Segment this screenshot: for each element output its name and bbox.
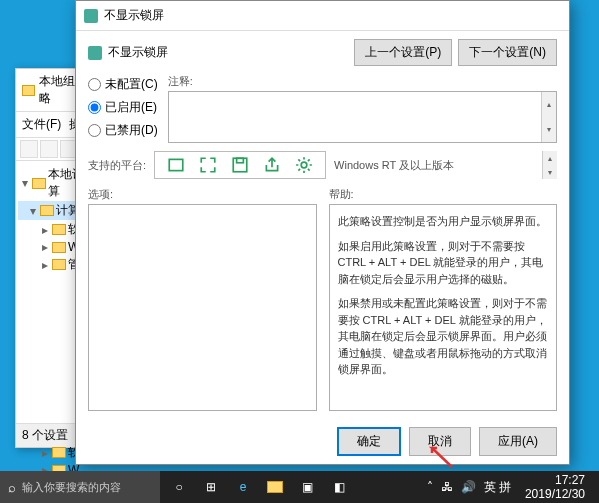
prev-setting-button[interactable]: 上一个设置(P) [354,39,452,66]
save-icon[interactable] [231,156,249,174]
platform-spin[interactable]: ▴▾ [542,151,557,179]
svg-rect-1 [233,158,247,172]
app-icon[interactable]: ◧ [330,478,348,496]
tray-network-icon[interactable]: 🖧 [441,480,453,494]
taskbar-clock[interactable]: 17:27 2019/12/30 [519,473,591,502]
svg-rect-2 [237,158,244,163]
radio-enabled[interactable]: 已启用(E) [88,99,158,116]
radio-not-configured[interactable]: 未配置(C) [88,76,158,93]
tb-fwd[interactable] [40,140,58,158]
help-p3: 如果禁用或未配置此策略设置，则对于不需要按 CTRL + ALT + DEL 就… [338,295,549,378]
explorer-icon[interactable] [266,478,284,496]
rect-icon[interactable] [167,156,185,174]
tb-back[interactable] [20,140,38,158]
help-label: 帮助: [329,187,558,202]
dialog-title: 不显示锁屏 [104,7,164,24]
taskbar-search[interactable]: ⌕ 输入你要搜索的内容 [0,471,160,503]
screenshot-toolbar [154,151,326,179]
svg-point-3 [301,162,307,168]
radio-disabled[interactable]: 已禁用(D) [88,122,158,139]
ok-button[interactable]: 确定 [337,427,401,456]
next-setting-button[interactable]: 下一个设置(N) [458,39,557,66]
dialog-icon [84,9,98,23]
menu-file[interactable]: 文件(F) [22,116,61,133]
edge-icon[interactable]: e [234,478,252,496]
svg-rect-0 [169,159,183,170]
taskview-icon[interactable]: ⊞ [202,478,220,496]
settings-icon[interactable] [295,156,313,174]
app-icon[interactable]: ▣ [298,478,316,496]
tray-chevron-icon[interactable]: ˄ [427,480,433,494]
platform-label: 支持的平台: [88,158,146,173]
dialog-titlebar: 不显示锁屏 [76,1,569,31]
gp-icon [22,85,35,96]
fullscreen-icon[interactable] [199,156,217,174]
options-label: 选项: [88,187,317,202]
help-p1: 此策略设置控制是否为用户显示锁屏界面。 [338,213,549,230]
apply-button[interactable]: 应用(A) [479,427,557,456]
comment-label: 注释: [168,74,557,89]
search-icon: ⌕ [8,480,16,495]
policy-dialog: 不显示锁屏 不显示锁屏 上一个设置(P) 下一个设置(N) 未配置(C) 已启用… [75,0,570,465]
tray-ime[interactable]: 英 拼 [484,479,511,496]
share-icon[interactable] [263,156,281,174]
comment-textbox[interactable]: ▴▾ [168,91,557,143]
platform-text: Windows RT 及以上版本 [334,158,534,173]
help-pane: 此策略设置控制是否为用户显示锁屏界面。 如果启用此策略设置，则对于不需要按 CT… [329,204,558,411]
setting-name: 不显示锁屏 [88,44,346,61]
comment-spin[interactable]: ▴▾ [541,92,556,142]
taskbar: ⌕ 输入你要搜索的内容 ○ ⊞ e ▣ ◧ ˄ 🖧 🔊 英 拼 17:27 20… [0,471,599,503]
tray-volume-icon[interactable]: 🔊 [461,480,476,494]
setting-icon [88,46,102,60]
system-tray: ˄ 🖧 🔊 英 拼 17:27 2019/12/30 [419,473,599,502]
help-p2: 如果启用此策略设置，则对于不需要按 CTRL + ALT + DEL 就能登录的… [338,238,549,288]
cancel-button[interactable]: 取消 [409,427,471,456]
options-pane [88,204,317,411]
search-placeholder: 输入你要搜索的内容 [22,480,121,495]
cortana-icon[interactable]: ○ [170,478,188,496]
